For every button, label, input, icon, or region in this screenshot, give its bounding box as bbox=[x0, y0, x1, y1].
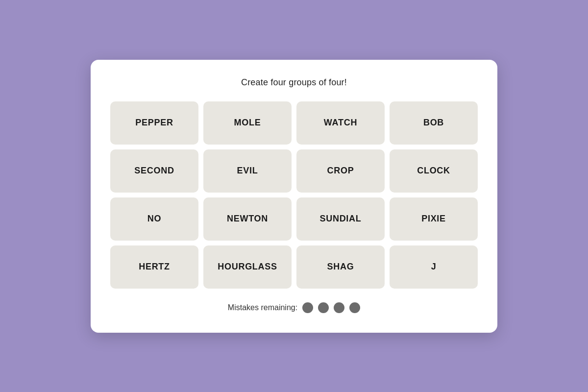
word-card-evil[interactable]: EVIL bbox=[203, 149, 292, 193]
word-label: SUNDIAL bbox=[319, 214, 361, 224]
word-label: WATCH bbox=[324, 118, 357, 128]
word-label: J bbox=[431, 262, 437, 272]
word-label: PEPPER bbox=[135, 118, 173, 128]
word-card-sundial[interactable]: SUNDIAL bbox=[296, 197, 385, 241]
word-card-second[interactable]: SECOND bbox=[110, 149, 198, 193]
word-label: NO bbox=[147, 214, 161, 224]
word-card-hertz[interactable]: HERTZ bbox=[110, 245, 198, 289]
word-label: HERTZ bbox=[139, 262, 170, 272]
word-card-pepper[interactable]: PEPPER bbox=[110, 101, 198, 145]
word-card-j[interactable]: J bbox=[390, 245, 478, 289]
word-label: CLOCK bbox=[417, 166, 450, 176]
word-label: EVIL bbox=[237, 166, 258, 176]
word-card-pixie[interactable]: PIXIE bbox=[390, 197, 478, 241]
word-label: SECOND bbox=[134, 166, 174, 176]
mistake-dot-0 bbox=[302, 302, 313, 313]
mistake-dot-2 bbox=[334, 302, 344, 313]
word-card-hourglass[interactable]: HOURGLASS bbox=[203, 245, 292, 289]
word-card-newton[interactable]: NEWTON bbox=[203, 197, 292, 241]
game-title: Create four groups of four! bbox=[110, 77, 478, 88]
word-label: MOLE bbox=[234, 118, 261, 128]
word-label: BOB bbox=[423, 118, 444, 128]
word-label: CROP bbox=[327, 166, 354, 176]
word-grid: PEPPERMOLEWATCHBOBSECONDEVILCROPCLOCKNON… bbox=[110, 101, 478, 289]
word-card-no[interactable]: NO bbox=[110, 197, 198, 241]
word-label: PIXIE bbox=[421, 214, 446, 224]
word-card-mole[interactable]: MOLE bbox=[203, 101, 292, 145]
word-label: SHAG bbox=[327, 262, 354, 272]
word-card-clock[interactable]: CLOCK bbox=[390, 149, 478, 193]
word-label: NEWTON bbox=[227, 214, 268, 224]
mistake-dot-1 bbox=[318, 302, 329, 313]
mistakes-dots bbox=[302, 302, 360, 313]
word-card-bob[interactable]: BOB bbox=[390, 101, 478, 145]
mistakes-row: Mistakes remaining: bbox=[110, 302, 478, 313]
word-card-watch[interactable]: WATCH bbox=[296, 101, 385, 145]
mistakes-label: Mistakes remaining: bbox=[228, 303, 297, 312]
game-container: Create four groups of four! PEPPERMOLEWA… bbox=[91, 60, 497, 333]
word-label: HOURGLASS bbox=[218, 262, 277, 272]
mistake-dot-3 bbox=[349, 302, 360, 313]
word-card-shag[interactable]: SHAG bbox=[296, 245, 385, 289]
word-card-crop[interactable]: CROP bbox=[296, 149, 385, 193]
